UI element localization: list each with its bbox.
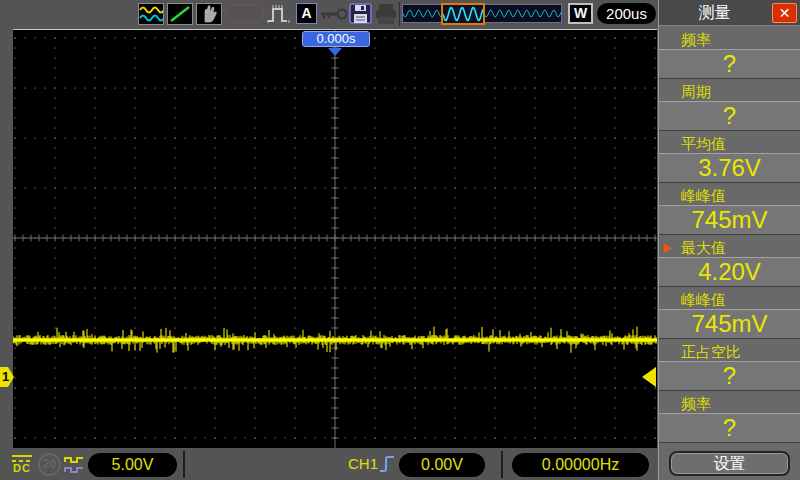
timebase-display[interactable]: 200us: [597, 3, 656, 24]
trigger-level-display: 0.00V: [399, 453, 485, 477]
toolbar: A: [0, 0, 658, 28]
waveform-screen: 0.000s: [13, 29, 657, 448]
measurement-item[interactable]: 周期?: [659, 82, 800, 131]
preview-window-wave: [443, 5, 483, 23]
measurement-list: 频率?周期?平均值3.76V峰峰值745mV▶最大值4.20V峰峰值745mV正…: [659, 30, 800, 446]
measurement-label: ▶最大值: [659, 238, 800, 257]
measurement-label: 正占空比: [659, 342, 800, 361]
dual-wave-icon: [139, 4, 163, 24]
measure-sidebar: 测量 ✕ 频率?周期?平均值3.76V峰峰值745mV▶最大值4.20V峰峰值7…: [658, 0, 800, 480]
measurement-value: 745mV: [659, 309, 800, 339]
coupling-dc-icon: DC: [11, 453, 33, 477]
key-icon: [320, 7, 348, 21]
sidebar-title: 测量: [659, 0, 770, 26]
waveform-preview-strip[interactable]: [402, 4, 562, 23]
oscilloscope-app: A: [0, 0, 800, 480]
measurement-item[interactable]: 频率?: [659, 394, 800, 443]
hand-icon: [197, 4, 221, 24]
floppy-save-icon: [349, 3, 372, 24]
trigger-position-marker[interactable]: 0.000s: [302, 31, 370, 47]
trigger-frequency-display: 0.00000Hz: [512, 453, 649, 477]
measurement-label: 频率: [659, 394, 800, 413]
measurement-value: 3.76V: [659, 153, 800, 183]
print-button[interactable]: [375, 3, 397, 28]
measurement-item[interactable]: 正占空比?: [659, 342, 800, 391]
auto-setup-button[interactable]: A: [296, 3, 317, 24]
graticule-and-trace: [13, 30, 657, 448]
close-icon[interactable]: ✕: [772, 3, 797, 23]
measurement-value: 4.20V: [659, 257, 800, 287]
rising-edge-trigger-icon: [379, 454, 395, 474]
measurement-label: 平均值: [659, 134, 800, 153]
measurement-item[interactable]: 峰峰值745mV: [659, 290, 800, 339]
trigger-source-label: CH1: [348, 455, 378, 472]
probe-waveform-icon: [64, 454, 86, 476]
trigger-level-marker[interactable]: [642, 367, 656, 387]
toolbar-message-field: [225, 4, 265, 23]
selected-arrow-icon: ▶: [663, 238, 671, 257]
sidebar-header: 测量 ✕: [659, 0, 800, 26]
measurement-value: ?: [659, 101, 800, 131]
pulse-capture-button[interactable]: [266, 4, 292, 28]
toolbar-separator: [399, 2, 400, 26]
bandwidth-limit-icon: 20: [38, 453, 61, 476]
measurement-item[interactable]: 峰峰值745mV: [659, 186, 800, 235]
save-button[interactable]: [349, 3, 372, 28]
measurement-label: 峰峰值: [659, 290, 800, 309]
volts-per-div-display: 5.00V: [88, 453, 177, 477]
cursor-line-button[interactable]: [167, 3, 193, 25]
measurement-label: 周期: [659, 82, 800, 101]
measurement-value: ?: [659, 413, 800, 443]
settings-button[interactable]: 设置: [669, 451, 790, 476]
printer-icon: [375, 3, 397, 24]
measurement-value: ?: [659, 361, 800, 391]
trigger-position-pointer-icon: [328, 48, 342, 56]
statusbar-separator2: [501, 451, 503, 478]
waveform-display-mode-button[interactable]: [138, 3, 164, 25]
channel1-ground-marker[interactable]: 1: [0, 367, 14, 387]
hand-drag-button[interactable]: [196, 3, 222, 25]
diagonal-line-icon: [168, 4, 192, 24]
measurement-item[interactable]: 平均值3.76V: [659, 134, 800, 183]
dc-label: DC: [11, 462, 33, 474]
preview-window-highlight[interactable]: [441, 3, 485, 25]
measurement-label: 频率: [659, 30, 800, 49]
status-bar: DC 20 5.00V CH1 0.00V 0.00000Hz: [0, 450, 658, 480]
measurement-item[interactable]: ▶最大值4.20V: [659, 238, 800, 287]
measurement-item[interactable]: 频率?: [659, 30, 800, 79]
pulse-icon: [266, 4, 292, 24]
dc-solid-line: [12, 455, 32, 457]
lock-key-button[interactable]: [320, 7, 348, 25]
measurement-label: 峰峰值: [659, 186, 800, 205]
measurement-value: 745mV: [659, 205, 800, 235]
window-zoom-button[interactable]: W: [568, 3, 593, 24]
measurement-value: ?: [659, 49, 800, 79]
statusbar-separator: [183, 451, 185, 478]
